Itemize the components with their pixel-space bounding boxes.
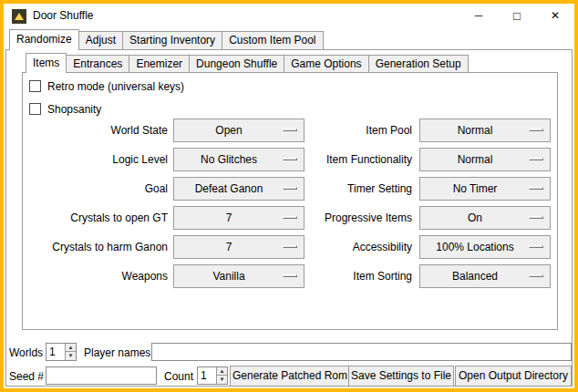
shopsanity-label: Shopsanity [47,103,101,116]
timer-setting-label: Timer Setting [304,177,412,201]
timer-setting-value: No Timer [422,178,528,200]
dropdown-indicator-icon [283,216,297,219]
spin-down-icon[interactable]: ▼ [65,352,76,360]
close-icon: ✕ [551,9,560,22]
open-output-directory-button[interactable]: Open Output Directory [455,366,572,387]
maximize-button[interactable]: □ [498,4,536,28]
tab-adjust[interactable]: Adjust [78,31,123,49]
dropdown-indicator-icon [529,245,543,248]
dropdown-indicator-icon [529,129,543,131]
world-state-label: World State [29,119,168,142]
seed-label: Seed # [9,370,44,383]
world-state-value: Open [176,119,282,141]
item-pool-dropdown[interactable]: Normal [419,119,551,142]
world-state-dropdown[interactable]: Open [173,119,304,142]
tab-starting-inventory[interactable]: Starting Inventory [122,31,222,49]
crystals-harm-ganon-value: 7 [176,236,282,258]
dropdown-indicator-icon [529,187,543,190]
goal-dropdown[interactable]: Defeat Ganon [173,177,304,201]
sub-tab-bar: Items Entrances Enemizer Dungeon Shuffle… [26,53,468,73]
goal-label: Goal [29,177,168,201]
accessibility-label: Accessibility [304,235,412,259]
accessibility-dropdown[interactable]: 100% Locations [419,235,551,259]
minimize-button[interactable]: ─ [459,4,498,28]
seed-input[interactable] [46,366,157,385]
logic-level-dropdown[interactable]: No Glitches [173,148,304,171]
retro-mode-checkbox[interactable] [29,80,41,92]
worlds-input[interactable] [46,344,65,360]
accessibility-value: 100% Locations [422,236,528,258]
item-pool-label: Item Pool [304,119,412,142]
crystals-harm-ganon-dropdown[interactable]: 7 [173,235,304,259]
generate-patched-rom-button[interactable]: Generate Patched Rom [230,366,350,387]
tab-game-options[interactable]: Game Options [284,55,368,72]
crystals-open-gt-value: 7 [176,207,282,229]
option-row: World State Open Item Pool Normal [4,119,574,142]
item-pool-value: Normal [422,119,528,141]
option-row: Logic Level No Glitches Item Functionali… [4,148,574,171]
item-functionality-label: Item Functionality [304,148,412,171]
option-row: Weapons Vanilla Item Sorting Balanced [4,264,574,288]
window-body: Door Shuffle ─ □ ✕ Randomize Adjust Star… [4,4,574,388]
item-sorting-dropdown[interactable]: Balanced [419,264,551,288]
spin-up-icon[interactable]: ▲ [216,367,227,376]
shopsanity-checkbox[interactable] [29,103,41,115]
player-names-input[interactable] [151,343,572,361]
worlds-spinbox[interactable]: ▲ ▼ [46,343,77,361]
crystals-open-gt-dropdown[interactable]: 7 [173,206,304,230]
crystals-harm-ganon-label: Crystals to harm Ganon [29,235,168,259]
save-settings-button[interactable]: Save Settings to File [348,366,454,387]
worlds-label: Worlds [9,346,43,359]
dropdown-indicator-icon [283,187,297,190]
weapons-value: Vanilla [176,265,282,287]
weapons-label: Weapons [29,264,168,288]
dropdown-indicator-icon [283,274,297,277]
tab-randomize[interactable]: Randomize [9,29,79,50]
logic-level-label: Logic Level [29,148,168,171]
maximize-icon: □ [513,9,521,23]
progressive-items-dropdown[interactable]: On [419,206,551,230]
tab-generation-setup[interactable]: Generation Setup [368,55,469,72]
tab-dungeon-shuffle[interactable]: Dungeon Shuffle [189,55,284,72]
item-functionality-value: Normal [422,149,528,170]
crystals-open-gt-label: Crystals to open GT [29,206,168,230]
option-row: Goal Defeat Ganon Timer Setting No Timer [4,177,574,201]
progressive-items-label: Progressive Items [304,206,412,230]
dropdown-indicator-icon [283,129,297,131]
app-window: Door Shuffle ─ □ ✕ Randomize Adjust Star… [0,0,578,392]
items-tab-pane [22,72,558,330]
dropdown-indicator-icon [283,245,297,248]
count-input[interactable] [198,367,216,384]
window-title: Door Shuffle [33,4,94,28]
weapons-dropdown[interactable]: Vanilla [173,264,304,288]
count-label: Count [164,370,193,383]
tab-entrances[interactable]: Entrances [66,55,129,72]
option-row: Crystals to harm Ganon 7 Accessibility 1… [4,235,574,259]
player-names-label: Player names [84,346,150,359]
item-sorting-label: Item Sorting [304,264,412,288]
timer-setting-dropdown[interactable]: No Timer [419,177,551,201]
tab-custom-item-pool[interactable]: Custom Item Pool [222,31,323,49]
close-button[interactable]: ✕ [536,4,574,28]
dropdown-indicator-icon [283,158,297,160]
title-bar[interactable]: Door Shuffle ─ □ ✕ [4,4,574,28]
dropdown-indicator-icon [529,274,543,277]
dropdown-indicator-icon [529,216,543,219]
goal-value: Defeat Ganon [176,178,282,200]
minimize-icon: ─ [475,9,483,22]
progressive-items-value: On [422,207,528,229]
option-row: Crystals to open GT 7 Progressive Items … [4,206,574,230]
item-sorting-value: Balanced [422,265,528,287]
app-icon [12,9,26,24]
main-tab-bar: Randomize Adjust Starting Inventory Cust… [9,29,323,50]
retro-mode-label: Retro mode (universal keys) [47,80,184,93]
tab-enemizer[interactable]: Enemizer [129,55,190,72]
dropdown-indicator-icon [529,158,543,160]
count-spinbox[interactable]: ▲ ▼ [197,366,228,385]
item-functionality-dropdown[interactable]: Normal [419,148,551,171]
spin-down-icon[interactable]: ▼ [216,376,227,384]
tab-items[interactable]: Items [26,53,67,73]
logic-level-value: No Glitches [176,149,282,170]
spin-up-icon[interactable]: ▲ [65,344,76,352]
